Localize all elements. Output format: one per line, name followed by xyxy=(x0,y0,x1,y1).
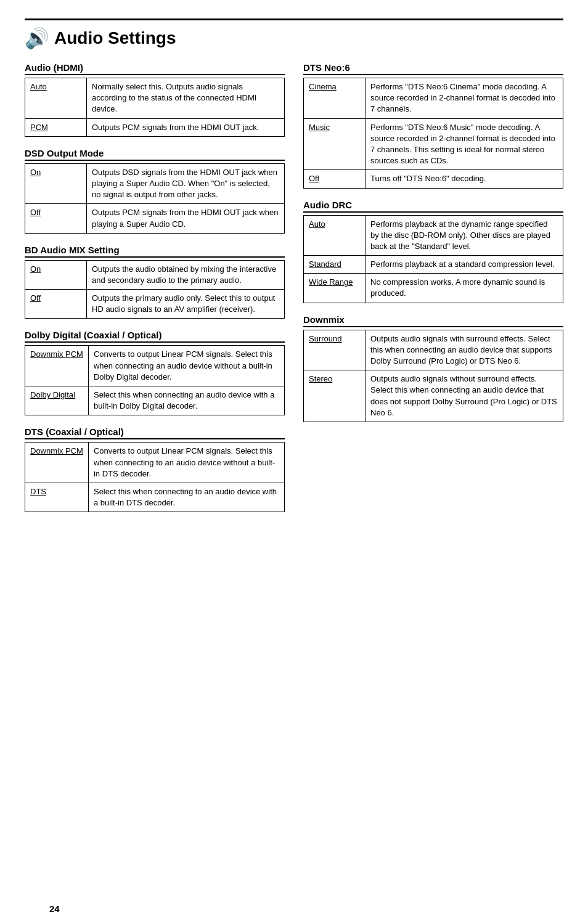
section-title-dolby-digital: Dolby Digital (Coaxial / Optical) xyxy=(25,330,285,343)
page-title: Audio Settings xyxy=(54,28,176,48)
section-title-bd-audio-mix: BD Audio MIX Setting xyxy=(25,245,285,258)
cell-label: Off xyxy=(25,204,87,233)
table-dts-coaxial: Downmix PCM Converts to output Linear PC… xyxy=(25,442,285,512)
section-title-dsd-output-mode: DSD Output Mode xyxy=(25,148,285,161)
section-title-audio-drc: Audio DRC xyxy=(303,200,563,213)
audio-icon: 🔊 xyxy=(25,27,49,50)
cell-label: Cinema xyxy=(304,78,365,119)
cell-desc: Outputs audio signals without surround e… xyxy=(365,370,563,422)
cell-label: Downmix PCM xyxy=(25,443,89,483)
table-row: Off Turns off "DTS Neo:6" decoding. xyxy=(304,170,563,188)
cell-desc: Select this when connecting to an audio … xyxy=(88,483,284,512)
cell-label: Dolby Digital xyxy=(25,386,89,415)
table-row: Cinema Performs "DTS Neo:6 Cinema" mode … xyxy=(304,78,563,119)
cell-desc: Outputs DSD signals from the HDMI OUT ja… xyxy=(87,163,285,204)
cell-label: DTS xyxy=(25,483,89,512)
cell-label: On xyxy=(25,260,87,289)
table-row: On Outputs the audio obtained by mixing … xyxy=(25,260,285,289)
table-row: Stereo Outputs audio signals without sur… xyxy=(304,370,563,422)
table-row: Music Performs "DTS Neo:6 Music" mode de… xyxy=(304,118,563,170)
table-row: Surround Outputs audio signals with surr… xyxy=(304,330,563,370)
cell-label: Music xyxy=(304,118,365,170)
cell-desc: Turns off "DTS Neo:6" decoding. xyxy=(365,170,563,188)
section-title-dts-neo6: DTS Neo:6 xyxy=(303,62,563,75)
cell-label: Off xyxy=(25,290,87,319)
cell-desc: Select this when connecting an audio dev… xyxy=(88,386,284,415)
table-row: Downmix PCM Converts to output Linear PC… xyxy=(25,346,285,386)
section-title-downmix: Downmix xyxy=(303,314,563,327)
table-row: Off Outputs PCM signals from the HDMI OU… xyxy=(25,204,285,233)
table-row: Auto Performs playback at the dynamic ra… xyxy=(304,215,563,256)
cell-label: Surround xyxy=(304,330,365,370)
cell-desc: Outputs PCM signals from the HDMI OUT ja… xyxy=(87,118,285,136)
cell-label: Auto xyxy=(25,78,87,119)
table-row: Off Outputs the primary audio only. Sele… xyxy=(25,290,285,319)
section-title-audio-hdmi: Audio (HDMI) xyxy=(25,62,285,75)
table-bd-audio-mix: On Outputs the audio obtained by mixing … xyxy=(25,260,285,319)
cell-label: Standard xyxy=(304,256,365,274)
cell-desc: Outputs the audio obtained by mixing the… xyxy=(87,260,285,289)
left-column: Audio (HDMI) Auto Normally select this. … xyxy=(25,62,285,516)
cell-desc: Performs "DTS Neo:6 Music" mode decoding… xyxy=(365,118,563,170)
table-dsd-output-mode: On Outputs DSD signals from the HDMI OUT… xyxy=(25,163,285,234)
cell-desc: Outputs audio signals with surround effe… xyxy=(365,330,563,370)
table-row: Auto Normally select this. Outputs audio… xyxy=(25,78,285,119)
cell-label: Wide Range xyxy=(304,274,365,303)
cell-desc: Outputs PCM signals from the HDMI OUT ja… xyxy=(87,204,285,233)
cell-desc: Normally select this. Outputs audio sign… xyxy=(87,78,285,119)
cell-label: On xyxy=(25,163,87,204)
cell-desc: Converts to output Linear PCM signals. S… xyxy=(88,346,284,386)
cell-desc: Outputs the primary audio only. Select t… xyxy=(87,290,285,319)
page-header: 🔊 Audio Settings xyxy=(25,18,563,50)
table-audio-drc: Auto Performs playback at the dynamic ra… xyxy=(303,215,563,303)
table-row: Standard Performs playback at a standard… xyxy=(304,256,563,274)
table-audio-hdmi: Auto Normally select this. Outputs audio… xyxy=(25,78,285,137)
cell-desc: No compression works. A more dynamic sou… xyxy=(365,274,563,303)
cell-label: PCM xyxy=(25,118,87,136)
cell-desc: Performs "DTS Neo:6 Cinema" mode decodin… xyxy=(365,78,563,119)
cell-desc: Performs playback at the dynamic range s… xyxy=(365,215,563,256)
table-row: Wide Range No compression works. A more … xyxy=(304,274,563,303)
right-column: DTS Neo:6 Cinema Performs "DTS Neo:6 Cin… xyxy=(303,62,563,516)
table-dolby-digital: Downmix PCM Converts to output Linear PC… xyxy=(25,345,285,415)
table-dts-neo6: Cinema Performs "DTS Neo:6 Cinema" mode … xyxy=(303,78,563,189)
cell-label: Downmix PCM xyxy=(25,346,89,386)
table-row: On Outputs DSD signals from the HDMI OUT… xyxy=(25,163,285,204)
table-row: Dolby Digital Select this when connectin… xyxy=(25,386,285,415)
cell-label: Auto xyxy=(304,215,365,256)
page-wrapper: 🔊 Audio Settings Audio (HDMI) Auto Norma… xyxy=(25,18,563,914)
cell-label: Off xyxy=(304,170,365,188)
table-downmix: Surround Outputs audio signals with surr… xyxy=(303,330,563,422)
table-row: DTS Select this when connecting to an au… xyxy=(25,483,285,512)
section-title-dts-coaxial: DTS (Coaxial / Optical) xyxy=(25,426,285,439)
cell-label: Stereo xyxy=(304,370,365,422)
cell-desc: Converts to output Linear PCM signals. S… xyxy=(88,443,284,483)
table-row: Downmix PCM Converts to output Linear PC… xyxy=(25,443,285,483)
table-row: PCM Outputs PCM signals from the HDMI OU… xyxy=(25,118,285,136)
page-number: 24 xyxy=(49,904,60,914)
two-column-layout: Audio (HDMI) Auto Normally select this. … xyxy=(25,62,563,516)
cell-desc: Performs playback at a standard compress… xyxy=(365,256,563,274)
